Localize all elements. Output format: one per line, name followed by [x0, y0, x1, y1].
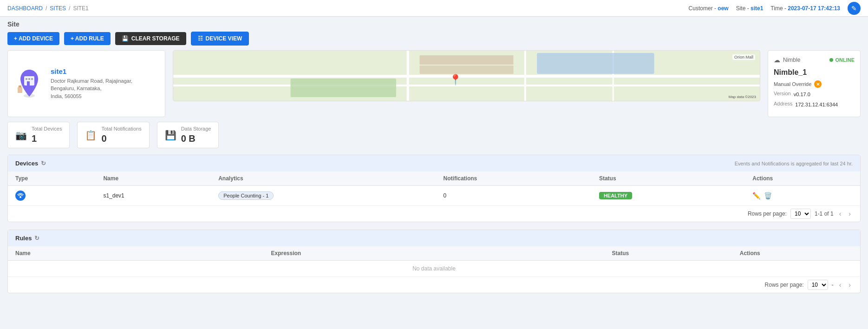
- stat-devices-info: Total Devices 1: [32, 126, 62, 144]
- site-info-row: site1 Doctor Rajkumar Road, Rajajinagar,…: [7, 50, 861, 117]
- wifi-icon: [17, 192, 24, 199]
- site-address-1: Doctor Rajkumar Road, Rajajinagar,: [51, 77, 132, 85]
- map-pin: 📍: [449, 74, 462, 86]
- breadcrumb: DASHBOARD / SITES / SITE1: [7, 5, 89, 12]
- cloud-icon: ☁: [774, 56, 780, 64]
- site-address-2: Bengaluru, Karnataka,: [51, 85, 132, 92]
- rules-table-header-row: Name Expression Status Actions: [8, 246, 860, 261]
- rules-refresh-icon[interactable]: ↻: [34, 235, 39, 242]
- svg-rect-14: [537, 53, 654, 74]
- rules-pagination-range: -: [832, 282, 834, 288]
- svg-rect-2: [26, 78, 27, 80]
- map-svg: [173, 51, 760, 101]
- site-address-3: India, 560055: [51, 92, 132, 100]
- user-icon-button[interactable]: ✎: [848, 2, 861, 15]
- devices-refresh-icon[interactable]: ↻: [41, 160, 46, 167]
- rules-prev-page-button[interactable]: ‹: [837, 280, 843, 290]
- svg-rect-6: [18, 87, 22, 93]
- breadcrumb-sep-2: /: [69, 5, 70, 12]
- clear-storage-button[interactable]: 💾 CLEAR STORAGE: [115, 32, 186, 45]
- nimble-version-label: Version: [774, 91, 791, 96]
- rules-no-data-row: No data available: [8, 261, 860, 277]
- svg-rect-4: [31, 78, 33, 80]
- svg-point-18: [20, 196, 21, 198]
- site-icon: [15, 70, 43, 98]
- devices-pagination: Rows per page: 10 25 50 1-1 of 1 ‹ ›: [8, 205, 860, 222]
- device-view-button[interactable]: ☷ DEVICE VIEW: [191, 32, 249, 46]
- nimble-header: ☁ Nimble ONLINE: [774, 56, 855, 64]
- rules-rows-per-page-select[interactable]: 10 25 50: [808, 280, 828, 290]
- device-edit-button[interactable]: ✏️: [752, 192, 760, 199]
- nimble-card: ☁ Nimble ONLINE Nimble_1 Manual Override…: [768, 50, 861, 117]
- stat-notifications-info: Total Notifications 0: [101, 126, 141, 144]
- device-status-cell: HEALTHY: [592, 186, 745, 206]
- devices-section-header: Devices ↻ Events and Notifications is ag…: [8, 155, 860, 171]
- device-actions-cell: ✏️ 🗑️: [745, 186, 860, 206]
- nimble-version-row: Version v0.17.0: [774, 91, 855, 98]
- nimble-address-label: Address: [774, 101, 792, 106]
- col-actions: Actions: [745, 171, 860, 186]
- devices-section: Devices ↻ Events and Notifications is ag…: [7, 155, 861, 222]
- top-nav: DASHBOARD / SITES / SITE1 Customer - oew…: [0, 0, 868, 17]
- building-map-icon: [17, 69, 42, 99]
- device-delete-button[interactable]: 🗑️: [764, 192, 772, 199]
- notifications-icon: 📋: [85, 130, 97, 141]
- stat-storage-value: 0 B: [181, 133, 211, 144]
- site-info: Site - site1: [736, 5, 764, 12]
- add-rule-button[interactable]: + ADD RULE: [64, 32, 111, 45]
- nimble-manual-override-row: Manual Override ✕: [774, 80, 855, 88]
- add-device-button[interactable]: + ADD DEVICE: [7, 32, 59, 45]
- nimble-version-value: v0.17.0: [794, 92, 810, 97]
- devices-prev-page-button[interactable]: ‹: [837, 209, 843, 218]
- map-container[interactable]: Go-satellite: [173, 50, 760, 101]
- svg-rect-7: [19, 86, 21, 87]
- devices-rows-per-page-label: Rows per page:: [748, 211, 787, 217]
- stat-devices-label: Total Devices: [32, 126, 62, 132]
- site-card: site1 Doctor Rajkumar Road, Rajajinagar,…: [7, 50, 165, 117]
- stat-card-notifications: 📋 Total Notifications 0: [77, 122, 149, 148]
- online-status-badge: ONLINE: [829, 57, 855, 63]
- breadcrumb-sites[interactable]: SITES: [50, 5, 66, 12]
- rules-pagination: Rows per page: 10 25 50 - ‹ ›: [8, 276, 860, 293]
- devices-table-header-row: Type Name Analytics Notifications Status…: [8, 171, 860, 186]
- toolbar: + ADD DEVICE + ADD RULE 💾 CLEAR STORAGE …: [0, 30, 868, 50]
- nimble-address-value: 172.31.12.41:6344: [795, 102, 838, 107]
- map-attribution: Map data ©2023: [729, 95, 756, 99]
- svg-rect-5: [27, 81, 30, 86]
- nimble-device-name: Nimble_1: [774, 68, 855, 77]
- devices-rows-per-page-select[interactable]: 10 25 50: [790, 209, 811, 219]
- breadcrumb-dashboard[interactable]: DASHBOARD: [7, 5, 43, 12]
- stat-card-storage: 💾 Data Storage 0 B: [157, 122, 219, 148]
- stat-notifications-label: Total Notifications: [101, 126, 141, 132]
- rules-section-body: Name Expression Status Actions No data a…: [8, 246, 860, 293]
- table-row: s1_dev1 People Counting - 1 0 HEALTHY ✏️…: [8, 186, 860, 206]
- rules-section-header: Rules ↻: [8, 230, 860, 246]
- page-title: Site: [0, 17, 868, 30]
- devices-icon: 📷: [15, 130, 27, 141]
- col-analytics: Analytics: [211, 171, 436, 186]
- storage-stat-icon: 💾: [165, 130, 176, 141]
- online-dot: [829, 58, 833, 62]
- site-details: site1 Doctor Rajkumar Road, Rajajinagar,…: [51, 67, 132, 100]
- analytics-chip: People Counting - 1: [218, 191, 274, 200]
- healthy-badge: HEALTHY: [599, 192, 632, 199]
- stat-devices-value: 1: [32, 133, 62, 144]
- storage-icon: 💾: [122, 35, 129, 42]
- rules-section: Rules ↻ Name Expression Status Actions N…: [7, 230, 861, 293]
- devices-table: Type Name Analytics Notifications Status…: [8, 171, 860, 205]
- rules-rows-per-page-label: Rows per page:: [765, 282, 804, 288]
- col-name: Name: [96, 171, 211, 186]
- rules-col-actions: Actions: [732, 246, 860, 261]
- devices-next-page-button[interactable]: ›: [847, 209, 853, 218]
- device-notifications-cell: 0: [436, 186, 592, 206]
- stat-card-devices: 📷 Total Devices 1: [7, 122, 70, 148]
- rules-next-page-button[interactable]: ›: [847, 280, 853, 290]
- manual-override-label: Manual Override: [774, 81, 811, 87]
- rules-col-name: Name: [8, 246, 264, 261]
- rules-col-status: Status: [605, 246, 732, 261]
- device-name-cell: s1_dev1: [96, 186, 211, 206]
- rules-no-data-cell: No data available: [8, 261, 860, 277]
- devices-aggregation-note: Events and Notifications is aggregated f…: [735, 161, 853, 166]
- devices-section-title: Devices ↻: [15, 160, 46, 167]
- grid-icon: ☷: [198, 35, 203, 42]
